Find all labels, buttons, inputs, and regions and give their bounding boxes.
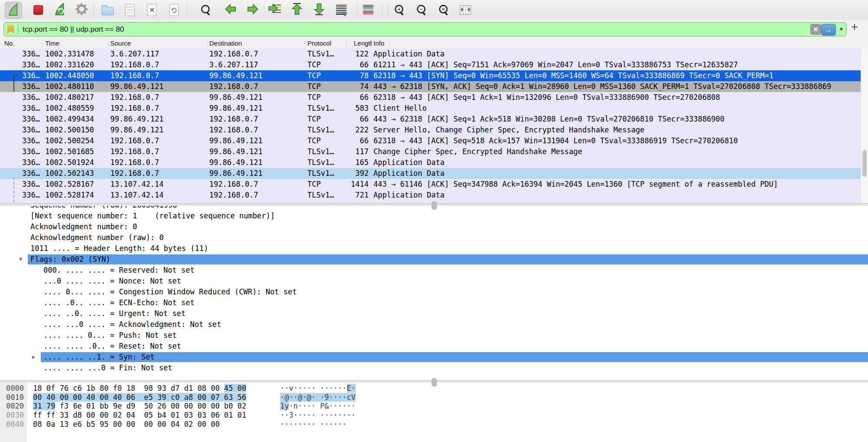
hex-bytes[interactable]: 00 40 00 00 40 00 40 06 e5 39 c0 a8 00 0… (33, 393, 246, 402)
stop-capture-button[interactable] (30, 2, 46, 18)
cell-src: 99.86.49.121 (110, 114, 164, 125)
cell-info: Application Data (373, 157, 868, 168)
packet-list-scrollbar[interactable] (861, 49, 868, 203)
packet-row[interactable]: 336…1002.502143192.168.0.799.86.49.121TL… (0, 168, 868, 179)
column-separator[interactable] (109, 40, 109, 47)
detail-line[interactable]: ▶.... .... ..1. = Syn: Set (0, 352, 868, 363)
packet-row[interactable]: 336…1002.52817413.107.42.14192.168.0.7TL… (0, 190, 868, 201)
column-header-length[interactable]: Length (354, 38, 372, 49)
packet-row[interactable]: 336…1002.48011099.86.49.121192.168.0.7TC… (0, 81, 868, 92)
detail-line[interactable]: ▼Flags: 0x002 (SYN) (0, 254, 868, 265)
detail-line[interactable]: .... 0... .... = Congestion Window Reduc… (0, 287, 868, 297)
hex-row[interactable]: 0030ff ff 33 d8 00 00 02 04 05 b4 01 03 … (0, 411, 868, 420)
cell-dst: 99.86.49.121 (209, 146, 263, 157)
detail-line[interactable]: .... ..0. .... = Urgent: Not set (0, 308, 868, 319)
auto-scroll-button[interactable] (333, 2, 350, 18)
ascii-highlight: E· (347, 384, 356, 393)
packet-row[interactable]: 336…1002.331620192.168.0.73.6.207.117TCP… (0, 59, 868, 70)
packet-row[interactable]: 336…1002.52816713.107.42.14192.168.0.7TC… (0, 179, 868, 190)
ascii-bytes[interactable]: 1y·n···· P&······ (280, 402, 356, 411)
go-back-button[interactable] (222, 2, 239, 18)
packet-row[interactable]: 336…1002.480217192.168.0.799.86.49.121TC… (0, 92, 868, 103)
column-header-no[interactable]: No. (4, 38, 14, 49)
zoom-out-button[interactable]: − (413, 2, 430, 18)
cell-time: 1002.500150 (45, 125, 94, 135)
hex-bytes[interactable]: 08 0a 13 e6 b5 95 00 00 00 00 04 02 00 0… (33, 420, 220, 429)
zoom-in-button[interactable]: + (391, 2, 408, 18)
packet-bytes-pane: 000018 0f 76 c6 1b 80 f0 18 98 93 d7 d1 … (0, 383, 868, 442)
packet-row[interactable]: 336…1002.3314783.6.207.117192.168.0.7TLS… (0, 49, 868, 59)
column-separator[interactable] (346, 40, 347, 47)
go-last-packet-button[interactable] (311, 2, 327, 18)
resize-columns-button[interactable] (457, 2, 474, 18)
ascii-bytes[interactable]: ········ ······ (280, 420, 347, 429)
column-header-source[interactable]: Source (110, 38, 131, 49)
zoom-reset-button[interactable]: = (436, 2, 452, 18)
detail-line[interactable]: .... .... .0.. = Reset: Not set (0, 341, 868, 352)
find-packet-button[interactable] (198, 2, 214, 18)
hex-row[interactable]: 001000 40 00 00 40 00 40 06 e5 39 c0 a8 … (0, 393, 868, 402)
ascii-bytes[interactable]: ··v····· ······E· (280, 384, 356, 393)
detail-line[interactable]: .... .... ...0 = Fin: Not set (0, 363, 868, 373)
ascii-bytes[interactable]: ··3····· ········ (280, 411, 356, 420)
expander-closed-icon[interactable]: ▶ (32, 352, 35, 363)
close-file-button[interactable]: × (144, 2, 160, 18)
packet-row[interactable]: 336…1002.480559192.168.0.799.86.49.121TL… (0, 103, 868, 114)
column-header-time[interactable]: Time (45, 38, 59, 49)
column-header-protocol[interactable]: Protocol (307, 38, 331, 49)
go-forward-button[interactable] (244, 2, 261, 18)
column-header-destination[interactable]: Destination (209, 38, 242, 49)
bookmark-icon[interactable] (7, 25, 14, 33)
toolbar-separator (357, 3, 357, 16)
go-to-packet-button[interactable] (267, 2, 283, 18)
column-separator[interactable] (372, 40, 372, 47)
start-capture-button[interactable] (5, 2, 22, 19)
restart-capture-button[interactable] (52, 2, 68, 18)
packet-row[interactable]: 336…1002.50015099.86.49.121192.168.0.7TL… (0, 125, 868, 135)
detail-line[interactable]: .... .... 0... = Push: Not set (0, 330, 868, 341)
filter-text[interactable]: tcp.port == 80 || udp.port == 80 (23, 25, 124, 34)
detail-line[interactable]: .... ...0 .... = Acknowledgment: Not set (0, 319, 868, 330)
column-separator[interactable] (208, 40, 208, 47)
ascii-bytes[interactable]: ·@··@·@· ·9····cV (280, 393, 356, 402)
hex-row[interactable]: 004008 0a 13 e6 b5 95 00 00 00 00 04 02 … (0, 420, 868, 429)
hex-bytes[interactable]: ff ff 33 d8 00 00 02 04 05 b4 01 03 03 0… (33, 411, 246, 420)
detail-line[interactable]: 1011 .... = Header Length: 44 bytes (11) (0, 243, 868, 254)
hex-bytes[interactable]: 31 79 f3 6e 01 bb 9e d9 50 26 00 00 00 0… (33, 402, 246, 411)
detail-line[interactable]: 000. .... .... = Reserved: Not set (0, 265, 868, 276)
expander-open-icon[interactable]: ▼ (19, 254, 22, 265)
detail-line[interactable]: Acknowledgment number (raw): 0 (0, 232, 868, 243)
capture-options-button[interactable] (73, 2, 90, 18)
packet-row[interactable]: 336…1002.501685192.168.0.799.86.49.121TL… (0, 146, 868, 157)
scrollbar-thumb[interactable] (862, 150, 867, 177)
save-file-button[interactable]: 010110100101 (122, 2, 138, 18)
zoom-out-icon: − (416, 4, 427, 16)
colorize-button[interactable] (360, 2, 376, 18)
splitter-grip[interactable] (432, 378, 437, 386)
detail-line[interactable]: [Next sequence number: 1 (relative seque… (0, 211, 868, 221)
cell-time: 1002.480559 (45, 103, 94, 114)
column-separator[interactable] (42, 40, 43, 47)
splitter-grip[interactable] (432, 201, 437, 210)
clear-filter-button[interactable]: ✕ (810, 24, 821, 35)
filter-dropdown-caret-icon[interactable]: ▼ (839, 26, 844, 32)
packet-row[interactable]: 336…1002.501924192.168.0.799.86.49.121TL… (0, 157, 868, 168)
hex-row[interactable]: 002031 79 f3 6e 01 bb 9e d9 50 26 00 00 … (0, 402, 868, 411)
detail-line[interactable]: .... .0.. .... = ECN-Echo: Not set (0, 297, 868, 308)
apply-filter-button[interactable]: → (821, 24, 836, 36)
detail-line[interactable]: Acknowledgment number: 0 (0, 221, 868, 232)
cell-len: 392 (329, 168, 369, 179)
hex-bytes[interactable]: 18 0f 76 c6 1b 80 f0 18 98 93 d7 d1 08 0… (33, 384, 246, 393)
open-file-button[interactable] (99, 2, 116, 18)
display-filter-input[interactable]: tcp.port == 80 || udp.port == 80 ✕ → ▼ (3, 22, 847, 36)
packet-row[interactable]: 336…1002.49943499.86.49.121192.168.0.7TC… (0, 114, 868, 125)
cell-len: 165 (329, 157, 369, 168)
detail-line[interactable]: ...0 .... .... = Nonce: Not set (0, 276, 868, 287)
go-first-packet-button[interactable] (289, 2, 305, 18)
add-filter-button[interactable]: + (851, 20, 858, 34)
column-header-info[interactable]: Info (373, 38, 384, 49)
column-separator[interactable] (306, 40, 306, 47)
packet-row[interactable]: 336…1002.500254192.168.0.799.86.49.121TC… (0, 135, 868, 146)
reload-file-button[interactable] (166, 2, 182, 18)
packet-row[interactable]: 336…1002.448050192.168.0.799.86.49.121TC… (0, 70, 868, 81)
